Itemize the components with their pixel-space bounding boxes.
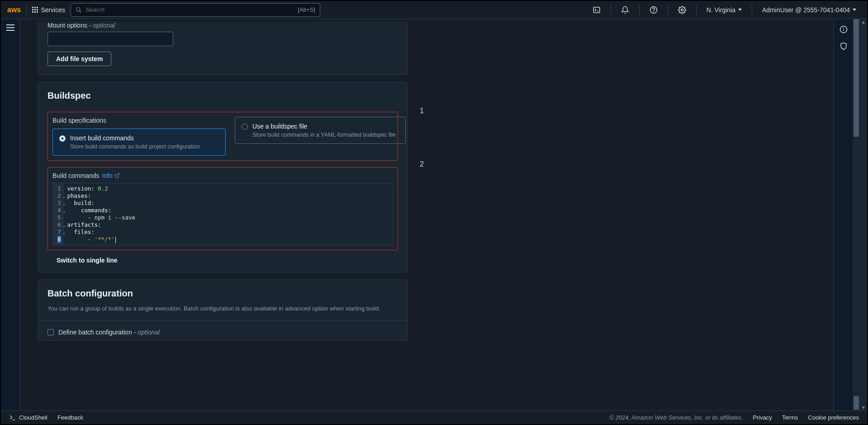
tile-title: Insert build commands xyxy=(70,134,200,142)
divider xyxy=(26,5,27,15)
info-link[interactable]: Info xyxy=(102,172,120,179)
cloudshell-icon-button[interactable] xyxy=(588,6,605,14)
security-panel-toggle[interactable] xyxy=(840,42,848,52)
batch-desc: You can run a group of builds as a singl… xyxy=(47,305,398,312)
scrollbar-thumb[interactable] xyxy=(854,396,859,410)
terminal-icon xyxy=(593,6,601,14)
switch-to-single-line-button[interactable]: Switch to single line xyxy=(57,257,118,264)
divider xyxy=(611,5,611,15)
outer-scrollbar[interactable]: ▲ ▼ xyxy=(860,19,867,411)
side-nav-toggle[interactable] xyxy=(5,24,15,31)
svg-point-10 xyxy=(843,28,844,29)
divider xyxy=(752,5,752,15)
tile-title: Use a buildspec file xyxy=(252,123,396,130)
callout-marker-1: 1 xyxy=(420,107,424,115)
build-commands-label: Build commands xyxy=(52,172,100,179)
svg-rect-2 xyxy=(593,7,600,13)
help-button[interactable] xyxy=(645,6,662,14)
region-selector[interactable]: N. Virginia xyxy=(702,6,746,14)
account-menu[interactable]: AdminUser @ 2555-7041-0404 xyxy=(758,6,861,14)
batch-heading: Batch configuration xyxy=(47,288,398,299)
file-systems-panel-tail: Mount options - optional Add file system xyxy=(38,22,408,75)
privacy-link[interactable]: Privacy xyxy=(753,414,772,421)
define-batch-checkbox[interactable] xyxy=(47,329,54,335)
shield-icon xyxy=(840,42,848,50)
caret-down-icon xyxy=(738,9,742,11)
scroll-down-icon[interactable]: ▼ xyxy=(860,405,867,410)
aws-logo[interactable]: aws xyxy=(7,6,21,14)
buildspec-panel: Buildspec Build specifications Insert bu… xyxy=(38,82,408,272)
buildspec-heading: Buildspec xyxy=(47,91,398,101)
notifications-button[interactable] xyxy=(617,6,634,14)
svg-line-1 xyxy=(80,10,81,12)
search-icon xyxy=(76,7,82,13)
external-link-icon xyxy=(114,173,120,178)
buildspec-editor[interactable]: 1 2▾ 3▾ 4▾ 5 6▾ 7▾ 8 version: 0.2 xyxy=(52,183,393,245)
mount-options-label: Mount options - optional xyxy=(47,22,398,29)
add-file-system-button[interactable]: Add file system xyxy=(47,52,111,66)
caret-down-icon xyxy=(853,9,856,11)
radio-icon xyxy=(59,135,66,142)
info-panel-toggle[interactable] xyxy=(840,25,848,35)
account-label: AdminUser @ 2555-7041-0404 xyxy=(762,6,850,14)
define-batch-label: Define batch configuration - optional xyxy=(58,329,160,336)
search-shortcut: [Alt+S] xyxy=(298,6,315,13)
tile-desc: Store build commands in a YAML-formatted… xyxy=(252,132,396,138)
tile-desc: Store build commands as build project co… xyxy=(70,143,200,150)
svg-point-0 xyxy=(76,7,80,11)
build-commands-block: Build commands Info 1 2▾ 3▾ 4▾ xyxy=(47,167,398,250)
terminal-icon xyxy=(9,414,16,421)
inner-scrollbar[interactable] xyxy=(853,19,860,411)
cloudshell-link[interactable]: CloudShell xyxy=(9,414,47,421)
services-menu[interactable]: Services xyxy=(32,6,65,14)
callout-marker-2: 2 xyxy=(420,160,424,168)
feedback-link[interactable]: Feedback xyxy=(57,414,83,421)
svg-point-5 xyxy=(653,11,654,12)
scroll-up-icon[interactable]: ▲ xyxy=(860,19,867,24)
svg-point-6 xyxy=(681,9,683,11)
grid-icon xyxy=(32,7,38,13)
radio-icon xyxy=(242,124,248,130)
divider xyxy=(696,5,697,15)
gear-icon xyxy=(678,6,686,14)
services-label: Services xyxy=(41,6,65,14)
main-content: Mount options - optional Add file system… xyxy=(20,19,834,411)
tile-use-buildspec-file[interactable]: Use a buildspec file Store build command… xyxy=(235,117,406,144)
search-input[interactable] xyxy=(85,6,298,13)
divider xyxy=(639,5,640,15)
bell-icon xyxy=(621,6,629,14)
top-nav: aws Services [Alt+S] N. Virginia xyxy=(1,1,867,19)
mount-options-input[interactable] xyxy=(47,32,173,46)
cookie-preferences-link[interactable]: Cookie preferences xyxy=(808,414,859,421)
left-rail xyxy=(1,19,20,411)
batch-configuration-panel: Batch configuration You can run a group … xyxy=(38,280,408,341)
info-icon xyxy=(840,25,848,33)
copyright-text: © 2024, Amazon Web Services, Inc. or its… xyxy=(609,414,743,421)
footer: CloudShell Feedback © 2024, Amazon Web S… xyxy=(1,411,867,424)
search-box[interactable]: [Alt+S] xyxy=(71,3,320,17)
right-rail xyxy=(834,19,853,411)
tile-insert-build-commands[interactable]: Insert build commands Store build comman… xyxy=(52,129,226,156)
terms-link[interactable]: Terms xyxy=(782,414,798,421)
editor-gutter: 1 2▾ 3▾ 4▾ 5 6▾ 7▾ 8 xyxy=(53,183,64,245)
scrollbar-thumb[interactable] xyxy=(854,19,859,137)
svg-line-7 xyxy=(117,174,119,177)
region-label: N. Virginia xyxy=(707,6,735,14)
settings-button[interactable] xyxy=(674,6,691,14)
divider xyxy=(668,5,668,15)
editor-code[interactable]: version: 0.2 phases: build: commands: - … xyxy=(64,183,393,245)
help-icon xyxy=(650,6,658,14)
